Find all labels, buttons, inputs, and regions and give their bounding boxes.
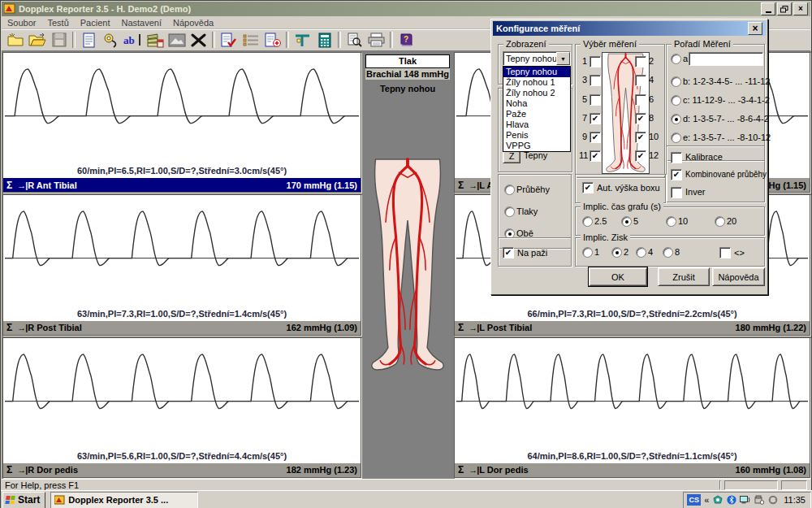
order-a-input[interactable] bbox=[689, 52, 763, 66]
menu-item-4[interactable]: Nápověda bbox=[167, 17, 219, 28]
open-file-icon[interactable] bbox=[27, 31, 47, 50]
help-icon[interactable]: ? bbox=[396, 31, 417, 50]
measure-checkbox-4[interactable] bbox=[635, 75, 646, 86]
measure-checkbox-2[interactable] bbox=[635, 56, 646, 67]
tray-chevron-icon[interactable]: « bbox=[704, 495, 709, 505]
order-radio-2[interactable] bbox=[671, 95, 681, 106]
dialog-titlebar[interactable]: Konfigurace měření × bbox=[493, 21, 766, 36]
menu-item-3[interactable]: Nastavení bbox=[115, 17, 167, 28]
window-titlebar: Dopplex Reporter 3.5 - H. Demo2 (Demo) × bbox=[2, 2, 810, 16]
time-radio-0[interactable] bbox=[582, 216, 593, 227]
gain-radio-2[interactable] bbox=[636, 247, 646, 258]
waveform-titlebar[interactable]: Σ →| L Dor pedis 160 mmHg (1.08) bbox=[455, 463, 810, 477]
update-icon[interactable] bbox=[767, 495, 778, 506]
dropdown-item[interactable]: Noha bbox=[503, 98, 570, 109]
gain-radio-1[interactable] bbox=[611, 247, 622, 258]
time-radio-3[interactable] bbox=[715, 216, 725, 227]
waveform-title: L Post Tibial bbox=[479, 323, 735, 332]
measure-checkbox-7[interactable]: ✔ bbox=[590, 113, 601, 124]
time-radio-1[interactable] bbox=[621, 216, 632, 227]
measure-checkbox-5[interactable] bbox=[590, 94, 601, 106]
restore-button[interactable] bbox=[777, 2, 792, 15]
arrow-icon: →| bbox=[17, 180, 27, 190]
device-icon[interactable] bbox=[754, 495, 764, 506]
new-file-icon[interactable] bbox=[5, 31, 25, 50]
start-button[interactable]: Start bbox=[2, 492, 45, 508]
aut-vyska-checkbox[interactable]: ✔ bbox=[582, 182, 594, 193]
measure-checkbox-11[interactable]: ✔ bbox=[590, 150, 601, 162]
kalibrace-checkbox[interactable] bbox=[671, 152, 682, 163]
waveform-titlebar[interactable]: Σ →| L Post Tibial 180 mmHg (1.22) bbox=[455, 321, 810, 335]
mode-radio-1[interactable] bbox=[504, 206, 515, 217]
dropdown-item[interactable]: Žíly nohou 1 bbox=[503, 77, 570, 88]
mode-radio-0[interactable] bbox=[504, 185, 515, 195]
window-title: Dopplex Reporter 3.5 - H. Demo2 (Demo) bbox=[19, 4, 759, 14]
tests-icon[interactable] bbox=[145, 31, 165, 50]
display-icon[interactable] bbox=[740, 495, 750, 506]
dropdown-item[interactable]: Penis bbox=[503, 130, 570, 141]
menu-item-1[interactable]: Testů bbox=[41, 17, 74, 28]
waveform-titlebar[interactable]: Σ →| R Post Tibial 162 mmHg (1.09) bbox=[3, 321, 361, 335]
save-icon[interactable] bbox=[49, 31, 69, 50]
order-radio-0[interactable] bbox=[671, 54, 681, 64]
taskbar: Start Dopplex Reporter 3.5 ... CS « bbox=[1, 490, 812, 508]
dropdown-item[interactable]: Tepny nohou bbox=[503, 67, 570, 77]
measure-checkbox-9[interactable]: ✔ bbox=[590, 132, 601, 143]
ok-button[interactable]: OK bbox=[589, 267, 647, 286]
gain-radio-0[interactable] bbox=[582, 247, 593, 258]
help-button[interactable]: Nápověda bbox=[712, 267, 765, 286]
pressure-title: Tlak bbox=[365, 54, 450, 68]
measure-checkbox-3[interactable] bbox=[590, 75, 601, 86]
dropdown-item[interactable]: Žíly nohou 2 bbox=[503, 88, 570, 98]
print-icon[interactable] bbox=[366, 31, 387, 50]
menu-item-2[interactable]: Pacient bbox=[75, 17, 116, 28]
toolbar-separator bbox=[390, 32, 393, 48]
order-radio-1[interactable] bbox=[671, 76, 681, 87]
view-combobox[interactable]: Tepny nohou ▼ bbox=[503, 51, 571, 66]
inver-checkbox[interactable] bbox=[671, 187, 682, 198]
language-indicator[interactable]: CS bbox=[687, 494, 701, 506]
waveform-plot bbox=[3, 53, 361, 166]
measure-checkbox-6[interactable] bbox=[635, 94, 646, 106]
waveform-titlebar[interactable]: Σ →| R Dor pedis 182 mmHg (1.23) bbox=[3, 463, 361, 477]
delete-icon[interactable] bbox=[188, 31, 209, 50]
dropdown-item[interactable]: VPPG bbox=[503, 141, 570, 151]
bluetooth-icon[interactable] bbox=[726, 495, 736, 506]
close-button[interactable]: × bbox=[793, 2, 808, 15]
menu-item-0[interactable]: Soubor bbox=[2, 17, 41, 28]
order-radio-3[interactable] bbox=[671, 114, 681, 124]
kombinovane-checkbox[interactable]: ✔ bbox=[671, 169, 682, 180]
calculator-icon[interactable] bbox=[314, 31, 335, 50]
taskbar-task-button[interactable]: Dopplex Reporter 3.5 ... bbox=[50, 492, 198, 508]
dropdown-item[interactable]: Hlava bbox=[503, 119, 570, 130]
gain-radio-3[interactable] bbox=[663, 247, 673, 258]
report-icon[interactable] bbox=[79, 31, 99, 50]
measure-checkbox-12[interactable]: ✔ bbox=[635, 150, 646, 162]
view-dropdown-list: Tepny nohouŽíly nohou 1Žíly nohou 2NohaP… bbox=[503, 66, 571, 152]
dialog-close-button[interactable]: × bbox=[748, 22, 762, 35]
probe-icon[interactable] bbox=[101, 31, 121, 50]
image-icon[interactable] bbox=[166, 31, 187, 50]
na-pazi-checkbox[interactable]: ✔ bbox=[503, 247, 514, 258]
time-radio-2[interactable] bbox=[666, 216, 676, 227]
cancel-button[interactable]: Zrušit bbox=[658, 267, 710, 286]
waveform-panel: 60/min,PI=6.5,RI=1.00,S/D=?,Střední=3.0c… bbox=[2, 52, 361, 193]
zisk-range-checkbox[interactable] bbox=[719, 247, 731, 258]
measure-checkbox-10[interactable]: ✔ bbox=[635, 132, 646, 143]
sum-icon: Σ bbox=[458, 464, 464, 475]
report-add-icon[interactable] bbox=[262, 31, 283, 50]
measure-checkbox-1[interactable] bbox=[590, 56, 601, 67]
list-icon[interactable] bbox=[240, 31, 261, 50]
measure-checkbox-8[interactable]: ✔ bbox=[635, 113, 646, 124]
find-replace-icon[interactable]: ab bbox=[123, 31, 143, 50]
measure-icon[interactable] bbox=[292, 31, 313, 50]
report-check-icon[interactable] bbox=[218, 31, 239, 50]
order-radio-4[interactable] bbox=[671, 132, 681, 143]
status-pane bbox=[781, 480, 807, 490]
waveform-titlebar[interactable]: Σ →| R Ant Tibial 170 mmHg (1.15) bbox=[3, 178, 361, 192]
combo-dropdown-icon[interactable]: ▼ bbox=[556, 52, 570, 65]
safety-icon[interactable] bbox=[712, 495, 723, 506]
minimize-button[interactable] bbox=[761, 2, 775, 15]
print-preview-icon[interactable] bbox=[344, 31, 365, 50]
dropdown-item[interactable]: Paže bbox=[503, 109, 570, 119]
